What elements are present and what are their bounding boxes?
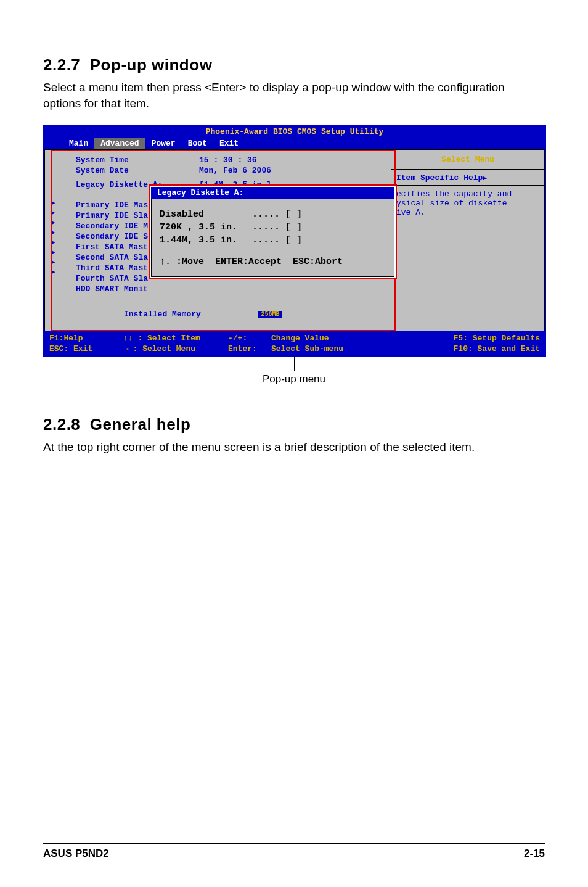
tab-power[interactable]: Power	[145, 138, 182, 149]
value-system-time: 15 : 30 : 36	[199, 155, 391, 165]
figure-caption: Pop-up menu	[43, 373, 545, 386]
item-label: HDD SMART Monit	[76, 284, 148, 294]
triangle-icon: ▶	[51, 218, 55, 228]
popup-window: Legacy Diskette A: Disabled ..... [ ] 72…	[150, 186, 396, 278]
option-name: Disabled	[160, 208, 252, 221]
item-label: Secondary IDE M	[76, 221, 148, 231]
legend-f5: F5: Setup Defaults	[376, 334, 540, 343]
item-label: Primary IDE Sla	[76, 210, 148, 221]
item-help-text: ecifies the capacity and ysical size of …	[396, 189, 539, 217]
select-menu-label: Select Menu	[396, 155, 539, 164]
label-installed-memory: Installed Memory	[124, 310, 201, 319]
legend-select-item: ↑↓ : Select Item	[123, 334, 228, 343]
bios-left-pane: System Time 15 : 30 : 36 System Date Mon…	[45, 150, 391, 331]
section-heading-popup: 2.2.7 Pop-up window	[43, 56, 545, 75]
row-item[interactable]: HDD SMART Monit	[45, 284, 391, 294]
row-system-date[interactable]: System Date Mon, Feb 6 2006	[45, 165, 391, 176]
item-help-title: Item Specific Help▶	[396, 173, 539, 183]
legend-f1: F1:Help	[49, 334, 123, 343]
caption-pointer	[43, 357, 545, 371]
bios-screenshot: Phoenix-Award BIOS CMOS Setup Utility Ma…	[43, 125, 546, 357]
popup-option[interactable]: 1.44M, 3.5 in. ..... [ ]	[160, 234, 387, 247]
item-label: Primary IDE Mas	[76, 200, 148, 210]
footer-product: ASUS P5ND2	[43, 848, 109, 860]
section-paragraph: Select a menu item then press <Enter> to…	[43, 80, 545, 111]
popup-hint: ↑↓ :Move ENTER:Accept ESC:Abort	[160, 255, 387, 268]
item-label: Second SATA Sla	[76, 252, 148, 263]
popup-title: Legacy Diskette A:	[151, 187, 394, 199]
option-name: 720K , 3.5 in.	[160, 221, 252, 234]
triangle-icon: ▶	[51, 257, 55, 267]
tab-boot[interactable]: Boot	[182, 138, 213, 149]
legend-enter: Enter:	[228, 344, 271, 353]
bios-legend: F1:Help ↑↓ : Select Item -/+: Change Val…	[44, 331, 545, 356]
bios-title: Phoenix-Award BIOS CMOS Setup Utility	[44, 126, 545, 138]
section-title-text: General help	[90, 415, 191, 434]
pointer-line-icon	[294, 357, 295, 371]
page-footer: ASUS P5ND2 2-15	[43, 843, 545, 860]
option-name: 1.44M, 3.5 in.	[160, 234, 252, 247]
popup-option[interactable]: 720K , 3.5 in. ..... [ ]	[160, 221, 387, 234]
row-system-time[interactable]: System Time 15 : 30 : 36	[45, 155, 391, 165]
option-marker: ..... [ ]	[252, 208, 302, 221]
bios-body: System Time 15 : 30 : 36 System Date Mon…	[44, 149, 545, 331]
section-paragraph: At the top right corner of the menu scre…	[43, 439, 545, 455]
label-system-time: System Time	[76, 155, 199, 165]
bios-menubar: Main Advanced Power Boot Exit	[44, 138, 545, 149]
mem-value-banner: 256MB	[258, 311, 282, 318]
tab-exit[interactable]: Exit	[213, 138, 245, 149]
item-label: Secondary IDE S	[76, 231, 148, 242]
legend-submenu: Select Sub-menu	[271, 344, 376, 353]
label-system-date: System Date	[76, 165, 199, 176]
tab-advanced[interactable]: Advanced	[94, 138, 145, 149]
section-number: 2.2.8	[43, 415, 80, 434]
submenu-arrows: ▶ ▶ ▶ ▶ ▶ ▶ ▶ ▶	[51, 198, 55, 277]
option-marker: ..... [ ]	[252, 234, 302, 247]
item-label: First SATA Mast	[76, 242, 148, 252]
triangle-icon: ▶	[483, 175, 487, 182]
triangle-icon: ▶	[51, 198, 55, 208]
section-number: 2.2.7	[43, 56, 80, 74]
triangle-icon: ▶	[51, 228, 55, 237]
help-title-text: Item Specific Help	[396, 173, 483, 183]
row-installed-memory: Installed Memory 256MB	[45, 300, 391, 328]
popup-body: Disabled ..... [ ] 720K , 3.5 in. ..... …	[151, 199, 394, 277]
triangle-icon: ▶	[51, 208, 55, 218]
triangle-icon: ▶	[51, 247, 55, 257]
legend-change-value: Change Value	[271, 334, 376, 343]
footer-page-number: 2-15	[524, 848, 545, 860]
value-system-date: Mon, Feb 6 2006	[199, 165, 391, 176]
legend-select-menu: →←: Select Menu	[123, 344, 228, 353]
section-heading-general-help: 2.2.8 General help	[43, 415, 545, 434]
section-title-text: Pop-up window	[90, 56, 213, 74]
item-label: Third SATA Mast	[76, 263, 148, 273]
triangle-icon: ▶	[51, 267, 55, 277]
tab-main[interactable]: Main	[63, 138, 94, 149]
legend-f10: F10: Save and Exit	[376, 344, 540, 353]
bios-right-pane: Select Menu Item Specific Help▶ ecifies …	[391, 150, 544, 331]
legend-plusminus: -/+:	[228, 334, 271, 343]
popup-option[interactable]: Disabled ..... [ ]	[160, 208, 387, 221]
option-marker: ..... [ ]	[252, 221, 302, 234]
legend-esc: ESC: Exit	[49, 344, 123, 353]
item-label: Fourth SATA Sla	[76, 273, 148, 284]
triangle-icon: ▶	[51, 237, 55, 247]
